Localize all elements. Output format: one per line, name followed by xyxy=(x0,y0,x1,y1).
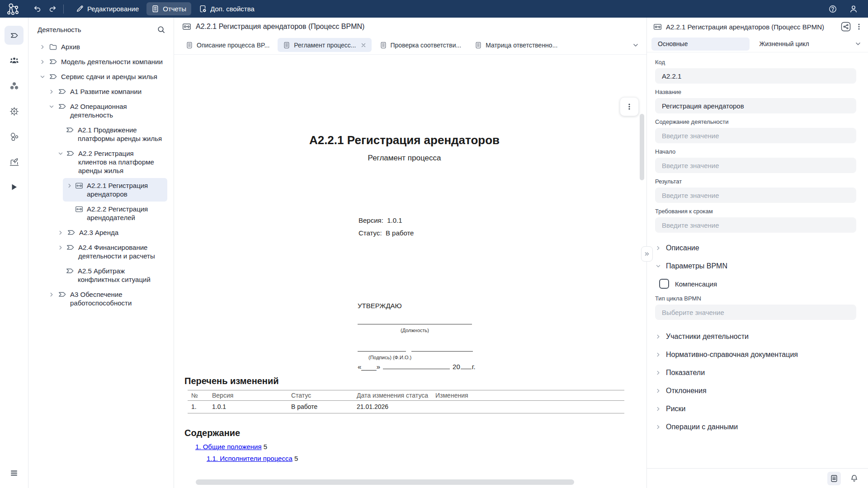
process-icon xyxy=(49,72,57,81)
kebab-icon xyxy=(626,103,633,110)
tree-item[interactable]: А2.4 Финансирование деятельности и расче… xyxy=(54,240,167,263)
document-tab[interactable]: Проверка соответстви... xyxy=(374,38,467,52)
section-description[interactable]: Описание xyxy=(655,239,856,257)
field-input[interactable]: Введите значение xyxy=(655,188,856,203)
rail-item-management[interactable] xyxy=(5,102,24,121)
close-icon[interactable] xyxy=(361,42,366,48)
checkbox-icon[interactable] xyxy=(659,279,669,289)
chevron-down-icon[interactable] xyxy=(57,149,64,158)
tree-item[interactable]: А2.1 Продвижение платформы аренды жилья xyxy=(54,122,167,146)
rail-item-org-people[interactable] xyxy=(5,51,24,70)
rail-item-run[interactable] xyxy=(5,178,24,197)
section-norm-docs[interactable]: Нормативно-справочная документация xyxy=(655,346,856,364)
notifications-button[interactable] xyxy=(847,472,861,485)
help-icon xyxy=(828,5,837,14)
vertical-scrollbar[interactable] xyxy=(640,114,644,180)
field-input[interactable]: Регистрация арендаторов xyxy=(655,98,856,113)
panel-tab-inactive[interactable]: Жизненный цикл xyxy=(753,38,851,51)
bpmn-cycle-select[interactable]: Выберите значение xyxy=(655,305,856,320)
section-data-ops[interactable]: Операции с данными xyxy=(655,418,856,436)
tree-item[interactable]: А2.5 Арбитраж конфликтных ситуаций xyxy=(54,263,167,287)
chevron-right-icon[interactable] xyxy=(57,228,65,237)
chevron-right-icon[interactable] xyxy=(39,42,47,51)
document-menu-button[interactable] xyxy=(620,97,639,116)
chevron-right-icon[interactable] xyxy=(48,290,56,299)
topbar-item-reports[interactable]: Отчеты xyxy=(146,2,191,15)
chevron-placeholder xyxy=(66,205,73,213)
section-deviations[interactable]: Отклонения xyxy=(655,382,856,400)
table-cell: 1.0.1 xyxy=(208,401,288,413)
tree-item[interactable]: Модель деятельности компании xyxy=(36,54,167,69)
app-logo-icon[interactable] xyxy=(5,1,21,17)
tab-label: Описание процесса BP... xyxy=(197,42,269,49)
changes-table-header: Версия xyxy=(208,390,288,401)
help-button[interactable] xyxy=(826,3,839,15)
chevron-right-icon xyxy=(655,424,661,430)
document-title: А2.2.1 Регистрация арендаторов xyxy=(184,133,624,147)
chevron-right-icon[interactable] xyxy=(48,87,56,96)
section-indicators[interactable]: Показатели xyxy=(655,364,856,382)
document-tab[interactable]: Регламент процесс... xyxy=(278,38,371,52)
panel-menu-button[interactable] xyxy=(855,23,863,30)
topbar-item-props[interactable]: Доп. свойства xyxy=(194,2,259,15)
tree-item[interactable]: А2.2.2 Регистрация арендодателей xyxy=(63,202,167,225)
horizontal-scrollbar[interactable] xyxy=(196,479,574,485)
document-tab[interactable]: Описание процесса BP... xyxy=(180,38,275,52)
document-tab[interactable]: Матрица ответственно... xyxy=(469,38,563,52)
chevron-right-icon[interactable] xyxy=(57,243,64,252)
tree-panel-title: Деятельность xyxy=(38,26,81,33)
process-icon xyxy=(66,126,74,134)
chevron-down-icon[interactable] xyxy=(48,102,56,111)
changes-table-header: Статус xyxy=(288,390,353,401)
user-button[interactable] xyxy=(847,3,860,15)
rail-menu-button[interactable] xyxy=(5,464,24,483)
shapes-icon xyxy=(9,132,19,141)
section-bpmn[interactable]: Параметры BPMN xyxy=(655,257,856,275)
bpmn-params-content: КомпенсацияТип цикла BPMNВыберите значен… xyxy=(655,275,856,328)
tree-item-label: Архив xyxy=(61,42,80,51)
tree-item[interactable]: Архив xyxy=(36,39,167,54)
redo-button[interactable] xyxy=(46,3,59,15)
compensation-checkbox-row[interactable]: Компенсация xyxy=(659,279,856,289)
field-input[interactable]: А2.2.1 xyxy=(655,68,856,84)
undo-icon xyxy=(33,5,42,13)
rail-item-processes[interactable] xyxy=(5,26,24,45)
field-input[interactable]: Введите значение xyxy=(655,217,856,233)
chevron-right-icon[interactable] xyxy=(66,181,73,190)
toc-entry: 1.1. Исполнители процесса 5 xyxy=(207,455,624,462)
section-risks[interactable]: Риски xyxy=(655,400,856,418)
section-participants[interactable]: Участники деятельности xyxy=(655,328,856,346)
chevron-down-icon[interactable] xyxy=(39,72,47,81)
document-icon xyxy=(475,42,482,49)
tree-item[interactable]: Сервис сдачи и аренды жилья xyxy=(36,69,167,84)
property-field: Требования к срокамВведите значение xyxy=(655,208,856,233)
topbar-item-edit[interactable]: Редактирование xyxy=(71,2,144,15)
changes-table-header: Дата изменения статуса xyxy=(353,390,432,401)
chevron-right-icon[interactable] xyxy=(39,57,47,66)
tree-item[interactable]: А2.2.1 Регистрация арендаторов xyxy=(63,178,167,202)
table-cell xyxy=(432,401,624,413)
field-input[interactable]: Введите значение xyxy=(655,158,856,173)
process-icon xyxy=(49,57,57,66)
toc-link[interactable]: 1. Общие положения xyxy=(195,443,262,450)
tab-label: Матрица ответственно... xyxy=(486,42,557,49)
search-icon[interactable] xyxy=(157,25,165,34)
rail-item-entities[interactable] xyxy=(5,127,24,146)
tree-item[interactable]: А2.3 Аренда xyxy=(54,225,167,240)
field-input[interactable]: Введите значение xyxy=(655,128,856,143)
open-diagram-button[interactable] xyxy=(840,21,851,32)
tabs-overflow-chevron-icon[interactable] xyxy=(632,42,639,49)
panel-tab-active[interactable]: Основные xyxy=(651,38,750,51)
undo-button[interactable] xyxy=(31,3,43,15)
journal-button[interactable] xyxy=(827,472,841,485)
toc-link[interactable]: 1.1. Исполнители процесса xyxy=(207,455,292,462)
panel-tabs-chevron-icon[interactable] xyxy=(854,40,862,47)
tree-item[interactable]: А3 Обеспечение работоспособности xyxy=(45,287,167,310)
tree-item[interactable]: А1 Развитие компании xyxy=(45,84,167,99)
tree-item[interactable]: А2 Операционная деятельность xyxy=(45,99,167,122)
tree-item[interactable]: А2.2 Регистрация клиентов на платформе а… xyxy=(54,146,167,178)
toc-title: Содержание xyxy=(184,428,624,438)
rail-item-launch[interactable] xyxy=(5,152,24,171)
rail-item-objects[interactable] xyxy=(5,76,24,95)
collapse-panel-button[interactable] xyxy=(641,246,653,262)
